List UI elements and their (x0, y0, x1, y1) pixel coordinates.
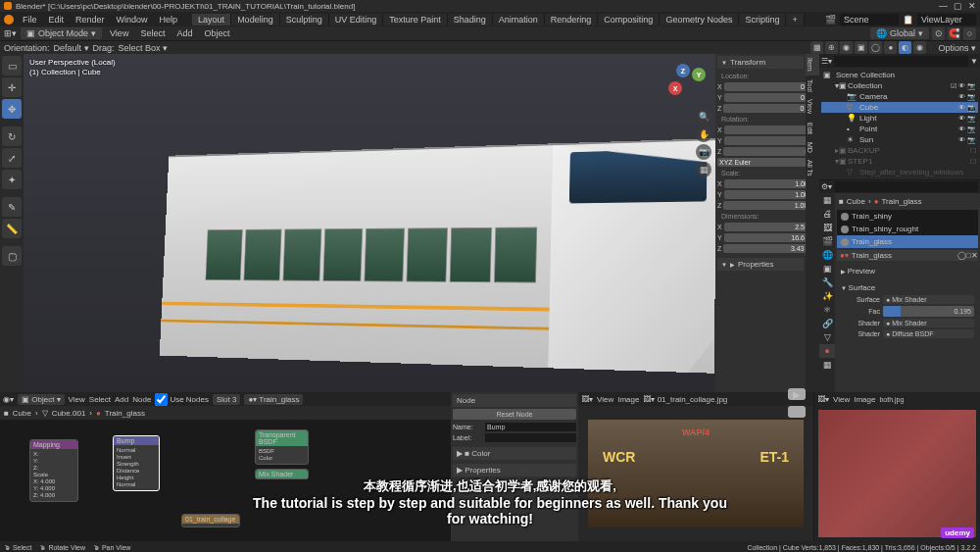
editor-type-icon[interactable]: ☰▾ (821, 57, 832, 66)
filter-icon[interactable]: ▼ (970, 57, 978, 66)
tree-step1[interactable]: ▾▣STEP1☐ (821, 156, 978, 167)
tab-animation[interactable]: Animation (493, 14, 545, 25)
blender-icon[interactable] (4, 15, 14, 25)
surface-dropdown[interactable]: ● Mix Shader (883, 295, 974, 304)
tab-layout[interactable]: Layout (192, 14, 231, 25)
use-nodes-checkbox[interactable] (155, 393, 168, 406)
node-props-section[interactable]: ▶ Properties (453, 464, 576, 477)
vtab-allt[interactable]: All Ts (806, 156, 819, 180)
img2-menu-view[interactable]: View (833, 395, 850, 404)
shader1-dropdown[interactable]: ● Mix Shader (883, 319, 974, 327)
viewport-menu-object[interactable]: Object (200, 27, 233, 39)
ptab-scene[interactable]: 🎬 (819, 234, 835, 248)
loc-x-input[interactable] (724, 82, 806, 91)
editor-type-icon[interactable]: 🖼▾ (581, 395, 593, 404)
loc-z-input[interactable] (723, 104, 806, 113)
tab-texture[interactable]: Texture Paint (383, 14, 448, 25)
node-menu-view[interactable]: View (69, 395, 85, 404)
node-sidebar-header[interactable]: Node (453, 394, 576, 407)
ptab-object[interactable]: ▣ (819, 262, 835, 276)
minimize-button[interactable]: — (939, 1, 948, 11)
menu-edit[interactable]: Edit (44, 14, 70, 25)
vtab-item[interactable]: Item (806, 54, 819, 75)
tab-scripting[interactable]: Scripting (739, 14, 786, 25)
slot-dropdown[interactable]: Slot 3 (213, 394, 240, 405)
nav-gizmo[interactable]: Z Y X (666, 64, 706, 103)
zoom-icon[interactable]: 🔍 (696, 109, 711, 125)
tab-compositing[interactable]: Compositing (598, 14, 660, 25)
editor-type-icon[interactable]: ◉▾ (3, 395, 14, 404)
ptab-material[interactable]: ● (819, 344, 835, 358)
close-button[interactable]: ✕ (968, 1, 976, 11)
color-section[interactable]: ▶ ■ Color (453, 447, 576, 460)
pan-icon[interactable]: ✋ (696, 126, 711, 142)
tool-scale[interactable]: ⤢ (2, 148, 22, 168)
menu-file[interactable]: File (18, 14, 42, 25)
image2-dropdown[interactable]: both.jpg (879, 396, 904, 403)
shading-wire-icon[interactable]: ◯ (869, 41, 882, 54)
ptab-physics[interactable]: ⚛ (819, 303, 835, 317)
vtab-md[interactable]: MD (806, 138, 819, 157)
tree-scene-collection[interactable]: ▣Scene Collection (821, 70, 978, 80)
menu-window[interactable]: Window (112, 14, 153, 25)
editor-type-icon[interactable]: ⚙▾ (821, 182, 832, 191)
node-menu-select[interactable]: Select (89, 395, 111, 404)
proportional-icon[interactable]: ○ (963, 27, 976, 40)
ptab-particles[interactable]: ✨ (819, 289, 835, 303)
ptab-output[interactable]: 🖨 (819, 207, 835, 221)
viewlayer-input[interactable] (917, 14, 976, 25)
properties-search[interactable] (834, 181, 978, 192)
tree-step-after[interactable]: ▽Step_after_beveling_windows (821, 167, 978, 177)
tree-backup[interactable]: ▸▣BACKUP☐ (821, 145, 978, 156)
mat-slot-item[interactable]: Train_shiny_rought (837, 223, 978, 235)
ortho-icon[interactable]: ▦ (696, 162, 711, 177)
tree-light[interactable]: 💡Light👁📷 (821, 113, 978, 124)
dim-y-input[interactable] (724, 233, 806, 242)
axis-x[interactable]: X (668, 81, 682, 95)
dim-x-input[interactable] (724, 223, 806, 231)
tab-geonodes[interactable]: Geometry Nodes (660, 14, 739, 25)
tool-move[interactable]: ✥ (2, 99, 22, 119)
node-mode-dropdown[interactable]: ▣ Object ▾ (18, 394, 65, 405)
shading-solid-icon[interactable]: ● (884, 41, 897, 54)
scene-input[interactable] (840, 14, 899, 25)
maximize-button[interactable]: ▢ (954, 1, 962, 11)
pivot-icon[interactable]: ⊙ (932, 27, 945, 40)
node-texture[interactable]: 01_train_collage (181, 514, 240, 527)
axis-y[interactable]: Y (692, 68, 706, 81)
ptab-world[interactable]: 🌐 (819, 248, 835, 262)
tab-sculpting[interactable]: Sculpting (280, 14, 329, 25)
node-name-input[interactable] (485, 423, 576, 431)
tool-addcube[interactable]: ▢ (2, 246, 22, 266)
rot-mode-dropdown[interactable] (717, 158, 806, 167)
img-menu-view[interactable]: View (597, 395, 613, 404)
vtab-view[interactable]: View (806, 95, 819, 118)
transform-header[interactable]: Transform (717, 56, 804, 69)
img-menu-image[interactable]: Image (617, 395, 639, 404)
viewport-menu-view[interactable]: View (106, 27, 132, 39)
rot-y-input[interactable] (724, 136, 806, 145)
menu-help[interactable]: Help (155, 14, 183, 25)
menu-render[interactable]: Render (71, 14, 110, 25)
tab-uv[interactable]: UV Editing (329, 14, 384, 25)
fac-slider[interactable]: 0.195 (883, 306, 974, 317)
ptab-data[interactable]: ▽ (819, 330, 835, 344)
img2-menu-image[interactable]: Image (854, 395, 875, 404)
dim-z-input[interactable] (723, 244, 806, 253)
node-menu-add[interactable]: Add (115, 395, 128, 404)
tab-rendering[interactable]: Rendering (545, 14, 599, 25)
loc-y-input[interactable] (724, 93, 806, 102)
tool-cursor[interactable]: ✛ (2, 77, 22, 97)
editor-type-icon[interactable]: 🖼▾ (817, 395, 829, 404)
tool-annotate[interactable]: ✎ (2, 197, 22, 217)
tab-modeling[interactable]: Modeling (231, 14, 280, 25)
node-label-input[interactable] (485, 433, 576, 442)
tab-add[interactable]: + (786, 14, 804, 25)
tree-cube[interactable]: ▽Cube👁📷 (821, 102, 978, 113)
image-dropdown[interactable]: 🖼▾ 01_train_collage.jpg (643, 395, 727, 404)
editor-type-icon[interactable]: ⊞▾ (4, 28, 17, 38)
node-transparent[interactable]: Transparent BSDF BSDFColor (255, 429, 309, 465)
vis-selectable-icon[interactable]: ▦ (810, 41, 823, 54)
reset-node-button[interactable]: Reset Node (453, 409, 576, 420)
node-mapping[interactable]: Mapping X:Y:Z:ScaleX: 4.000Y: 4.000Z: 4.… (29, 439, 78, 502)
